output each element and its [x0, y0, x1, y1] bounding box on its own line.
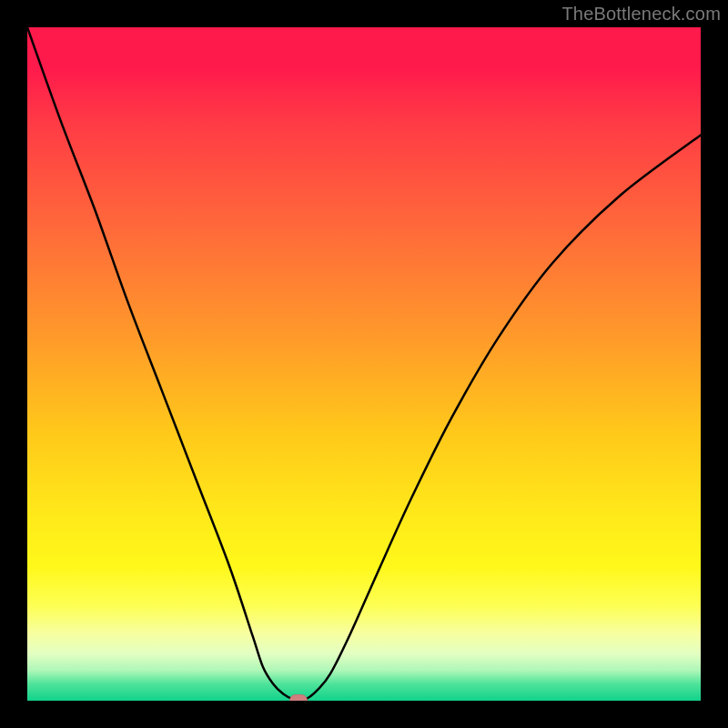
chart-frame: TheBottleneck.com: [0, 0, 728, 728]
plot-area: [27, 27, 701, 701]
optimal-point-marker: [289, 694, 308, 701]
curve-svg: [27, 27, 701, 701]
watermark-text: TheBottleneck.com: [561, 4, 721, 25]
bottleneck-curve-path: [27, 27, 701, 700]
